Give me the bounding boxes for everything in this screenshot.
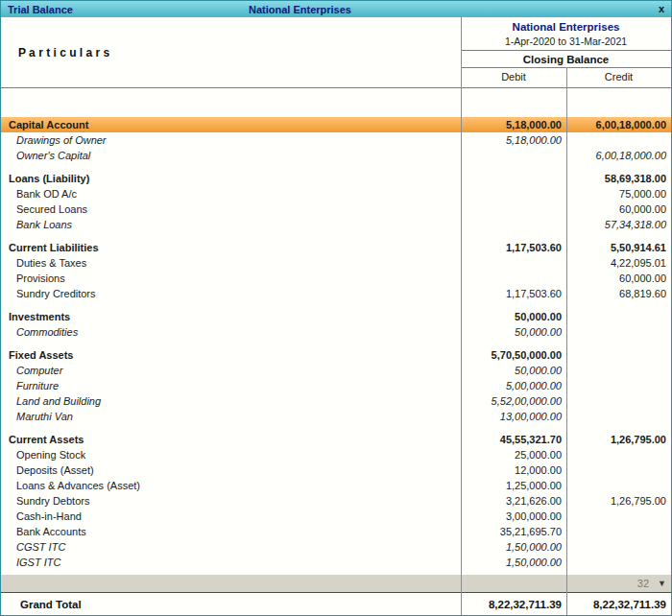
ledger-row[interactable]: CGST ITC1,50,000.00	[1, 539, 671, 555]
scroll-down-icon[interactable]: ▼	[658, 579, 666, 588]
grand-total-row: Grand Total 8,22,32,711.39 8,22,32,711.3…	[1, 592, 671, 615]
debit-amount: 1,17,503.60	[461, 286, 566, 301]
credit-amount: 57,34,318.00	[566, 217, 671, 232]
debit-amount: 13,00,000.00	[461, 409, 566, 424]
ledger-row[interactable]: Sundry Debtors3,21,626.001,26,795.00	[1, 493, 671, 509]
credit-amount	[566, 378, 671, 393]
debit-amount: 3,21,626.00	[461, 493, 566, 509]
ledger-row[interactable]: Loans (Liability)58,69,318.00	[1, 171, 671, 186]
ledger-row-selected[interactable]: Capital Account5,18,000.006,00,18,000.00	[1, 117, 671, 132]
debit-amount: 5,18,000.00	[461, 132, 566, 148]
credit-amount	[566, 524, 671, 539]
ledger-name: Cash-in-Hand	[1, 509, 461, 524]
debit-amount	[461, 217, 566, 232]
report-header: P a r t i c u l a r s National Enterpris…	[1, 17, 671, 88]
visible-row-count: 32	[637, 578, 649, 589]
ledger-row[interactable]: Sundry Creditors1,17,503.6068,819.60	[1, 286, 671, 301]
debit-amount: 50,000.00	[461, 324, 566, 340]
ledger-row[interactable]: Provisions60,000.00	[1, 271, 671, 286]
debit-amount: 3,00,000.00	[461, 509, 566, 524]
ledger-name: Deposits (Asset)	[1, 462, 461, 478]
title-bar: Trial Balance National Enterprises x	[1, 1, 671, 17]
ledger-row[interactable]: Investments50,000.00	[1, 309, 671, 324]
ledger-row[interactable]: Secured Loans60,000.00	[1, 201, 671, 217]
ledger-name: Secured Loans	[1, 201, 461, 217]
credit-amount	[566, 347, 671, 363]
header-company-name: National Enterprises	[461, 17, 671, 35]
report-title: Trial Balance	[1, 4, 73, 15]
ledger-name: Sundry Debtors	[1, 493, 461, 509]
ledger-name: IGST ITC	[1, 555, 461, 570]
debit-amount: 5,18,000.00	[461, 117, 566, 132]
credit-amount: 6,00,18,000.00	[566, 117, 671, 132]
ledger-row[interactable]: Owner's Capital6,00,18,000.00	[1, 148, 671, 163]
ledger-row[interactable]: Current Liabilities1,17,503.605,50,914.6…	[1, 240, 671, 255]
trial-balance-window: Trial Balance National Enterprises x P a…	[0, 0, 672, 616]
ledger-row[interactable]: Furniture5,00,000.00	[1, 378, 671, 393]
ledger-list: Capital Account5,18,000.006,00,18,000.00…	[1, 88, 671, 575]
credit-amount: 75,000.00	[566, 186, 671, 201]
debit-amount	[461, 148, 566, 163]
credit-amount: 6,00,18,000.00	[566, 148, 671, 163]
grand-total-credit: 8,22,32,711.39	[566, 599, 671, 610]
debit-amount	[461, 201, 566, 217]
ledger-name: Loans & Advances (Asset)	[1, 478, 461, 493]
credit-amount	[566, 509, 671, 524]
close-icon[interactable]: x	[659, 1, 664, 17]
credit-column-header: Credit	[566, 68, 671, 87]
credit-amount	[566, 363, 671, 378]
debit-amount: 5,00,000.00	[461, 378, 566, 393]
credit-amount	[566, 393, 671, 409]
ledger-row[interactable]: Bank Accounts35,21,695.70	[1, 524, 671, 539]
ledger-row[interactable]: Duties & Taxes4,22,095.01	[1, 255, 671, 271]
ledger-name: Current Assets	[1, 432, 461, 447]
column-divider-credit	[566, 67, 567, 615]
credit-amount: 1,26,795.00	[566, 432, 671, 447]
ledger-name: Maruthi Van	[1, 409, 461, 424]
ledger-row[interactable]: Bank Loans57,34,318.00	[1, 217, 671, 232]
credit-amount	[566, 447, 671, 462]
ledger-row[interactable]: Loans & Advances (Asset)1,25,000.00	[1, 478, 671, 493]
credit-amount: 1,26,795.00	[566, 493, 671, 509]
ledger-name: Computer	[1, 363, 461, 378]
credit-amount: 60,000.00	[566, 271, 671, 286]
ledger-row[interactable]: Fixed Assets5,70,50,000.00	[1, 347, 671, 363]
ledger-row[interactable]: Opening Stock25,000.00	[1, 447, 671, 462]
credit-amount: 58,69,318.00	[566, 171, 671, 186]
ledger-row[interactable]: Land and Building5,52,00,000.00	[1, 393, 671, 409]
ledger-name: Provisions	[1, 271, 461, 286]
ledger-name: Opening Stock	[1, 447, 461, 462]
ledger-row[interactable]: IGST ITC1,50,000.00	[1, 555, 671, 570]
ledger-row[interactable]: Current Assets45,55,321.701,26,795.00	[1, 432, 671, 447]
ledger-name: Furniture	[1, 378, 461, 393]
debit-amount: 50,000.00	[461, 309, 566, 324]
ledger-row[interactable]: Commodities50,000.00	[1, 324, 671, 340]
ledger-name: Loans (Liability)	[1, 171, 461, 186]
ledger-row[interactable]: Deposits (Asset)12,000.00	[1, 462, 671, 478]
ledger-name: Commodities	[1, 324, 461, 340]
debit-amount: 5,52,00,000.00	[461, 393, 566, 409]
ledger-row[interactable]: Computer50,000.00	[1, 363, 671, 378]
debit-amount: 50,000.00	[461, 363, 566, 378]
grand-total-debit: 8,22,32,711.39	[461, 599, 566, 610]
credit-amount: 5,50,914.61	[566, 240, 671, 255]
debit-amount	[461, 186, 566, 201]
grand-total-label: Grand Total	[1, 599, 461, 610]
ledger-row[interactable]: Cash-in-Hand3,00,000.00	[1, 509, 671, 524]
ledger-row[interactable]: Maruthi Van13,00,000.00	[1, 409, 671, 424]
ledger-name: Investments	[1, 309, 461, 324]
debit-amount: 35,21,695.70	[461, 524, 566, 539]
debit-column-header: Debit	[461, 68, 566, 87]
ledger-row[interactable]: Drawings of Owner5,18,000.00	[1, 132, 671, 148]
particulars-column-header: P a r t i c u l a r s	[1, 17, 461, 87]
ledger-name: CGST ITC	[1, 539, 461, 555]
credit-amount	[566, 539, 671, 555]
credit-amount	[566, 409, 671, 424]
debit-amount: 1,25,000.00	[461, 478, 566, 493]
debit-amount: 45,55,321.70	[461, 432, 566, 447]
closing-balance-label: Closing Balance	[461, 50, 671, 67]
ledger-name: Sundry Creditors	[1, 286, 461, 301]
ledger-row[interactable]: Bank OD A/c75,000.00	[1, 186, 671, 201]
credit-amount	[566, 478, 671, 493]
debit-amount: 1,50,000.00	[461, 555, 566, 570]
